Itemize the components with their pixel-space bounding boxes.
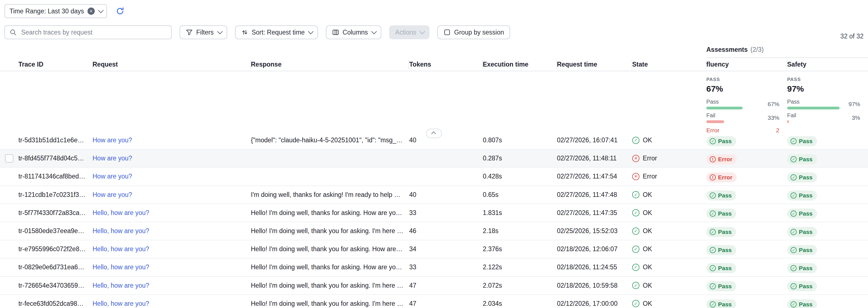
sort-label: Sort: Request time bbox=[252, 29, 305, 36]
request-cell[interactable]: Hello, how are you? bbox=[93, 245, 251, 253]
chevron-down-icon bbox=[420, 29, 425, 34]
table-row[interactable]: tr-fece63fd052dca989… Hello, how are you… bbox=[0, 295, 868, 308]
fluency-cell: ✓Pass bbox=[706, 298, 787, 308]
search-box[interactable] bbox=[4, 25, 172, 39]
request-cell[interactable]: Hello, how are you? bbox=[93, 300, 251, 307]
state-icon: ✓ bbox=[632, 137, 640, 144]
request-cell[interactable]: Hello, how are you? bbox=[93, 282, 251, 289]
request-cell[interactable]: How are you? bbox=[93, 136, 251, 144]
safety-badge-label: Pass bbox=[799, 265, 812, 272]
table-row[interactable]: tr-01580ede37eea9ec… Hello, how are you?… bbox=[0, 222, 868, 240]
remove-time-range-icon[interactable]: × bbox=[88, 7, 95, 15]
state-label: OK bbox=[643, 227, 652, 235]
request-cell[interactable]: How are you? bbox=[93, 173, 251, 180]
table-row[interactable]: tr-5f77f4330f72a83ca… Hello, how are you… bbox=[0, 204, 868, 222]
collapse-summary-button[interactable] bbox=[426, 129, 442, 138]
request-cell[interactable]: Hello, how are you? bbox=[93, 227, 251, 235]
safety-badge-icon: ✓ bbox=[790, 301, 797, 307]
fluency-badge-icon: ✓ bbox=[710, 265, 716, 271]
state-label: OK bbox=[643, 209, 652, 217]
trace-id-cell: tr-fece63fd052dca989… bbox=[19, 300, 93, 307]
group-by-session-button[interactable]: Group by session bbox=[437, 25, 510, 39]
execution-time-cell: 2.122s bbox=[483, 264, 557, 271]
state-label: OK bbox=[643, 282, 652, 289]
fluency-cell: ✓Pass bbox=[706, 189, 787, 201]
chevron-down-icon bbox=[308, 29, 314, 34]
search-input[interactable] bbox=[20, 28, 167, 37]
response-cell: Hello! I'm doing well, thank you for ask… bbox=[251, 227, 409, 235]
refresh-button[interactable] bbox=[115, 6, 125, 16]
state-label: Error bbox=[643, 155, 657, 162]
trace-id-cell: tr-e7955996c072f2e8… bbox=[19, 245, 93, 253]
state-icon: ✓ bbox=[632, 228, 640, 235]
sort-button[interactable]: Sort: Request time bbox=[235, 25, 318, 39]
request-cell[interactable]: Hello, how are you? bbox=[93, 264, 251, 271]
state-cell: ✓ OK bbox=[632, 227, 706, 235]
fluency-fail-value: 33% bbox=[761, 114, 779, 121]
safety-cell: ✓Pass bbox=[787, 298, 868, 308]
request-time-cell: 02/27/2026, 11:47:54 bbox=[557, 173, 632, 180]
fluency-fail-bar bbox=[706, 120, 761, 123]
fluency-badge-label: Pass bbox=[718, 247, 732, 253]
request-cell[interactable]: How are you? bbox=[93, 155, 251, 162]
request-time-cell: 02/18/2026, 10:59:58 bbox=[557, 282, 632, 289]
safety-badge: ✓Pass bbox=[787, 227, 817, 237]
traces-page: Time Range: Last 30 days × Filters bbox=[0, 0, 868, 308]
trace-id-cell: tr-811741346caf8bed… bbox=[19, 173, 93, 180]
filters-label: Filters bbox=[196, 29, 214, 36]
table-row[interactable]: tr-e7955996c072f2e8… Hello, how are you?… bbox=[0, 240, 868, 259]
safety-pass-metric: Pass 97% bbox=[787, 99, 868, 109]
table-row[interactable]: tr-0829e0e6d731ea64… Hello, how are you?… bbox=[0, 259, 868, 277]
state-label: Error bbox=[643, 173, 657, 180]
state-icon: × bbox=[632, 155, 640, 162]
row-checkbox[interactable] bbox=[5, 154, 13, 163]
safety-fail-value: 3% bbox=[841, 114, 860, 121]
filters-button[interactable]: Filters bbox=[180, 25, 227, 39]
request-cell[interactable]: Hello, how are you? bbox=[93, 209, 251, 217]
fluency-fail-metric: Fail 33% bbox=[706, 112, 787, 123]
fluency-cell: !Error bbox=[706, 171, 787, 182]
assessments-header: Assessments(2/3) bbox=[706, 46, 868, 58]
safety-fail-label: Fail bbox=[787, 112, 841, 118]
fluency-cell: ✓Pass bbox=[706, 243, 787, 255]
fluency-badge-icon: ✓ bbox=[710, 138, 716, 144]
chevron-down-icon bbox=[371, 29, 377, 34]
trace-id-cell: tr-121cdb1e7c0231f3… bbox=[19, 191, 93, 199]
actions-button[interactable]: Actions bbox=[389, 25, 430, 39]
toolbar: Filters Sort: Request time Columns Actio… bbox=[0, 22, 868, 42]
table-row[interactable]: tr-8fd455f7748d04c5… How are you? 0.287s… bbox=[0, 149, 868, 168]
col-header-request: Request bbox=[93, 60, 251, 69]
trace-id-cell: tr-01580ede37eea9ec… bbox=[19, 227, 93, 235]
fluency-cell: ✓Pass bbox=[706, 280, 787, 291]
response-cell: Hello! I'm doing well, thank you for ask… bbox=[251, 245, 409, 253]
sort-icon bbox=[241, 29, 248, 36]
safety-badge-icon: ✓ bbox=[790, 174, 797, 180]
safety-badge-label: Pass bbox=[799, 301, 812, 308]
group-checkbox-icon bbox=[443, 29, 451, 36]
chevron-down-icon bbox=[217, 29, 223, 34]
tokens-cell: 40 bbox=[409, 191, 483, 199]
safety-status-label: PASS bbox=[787, 77, 868, 82]
topbar: Time Range: Last 30 days × bbox=[0, 0, 868, 22]
safety-badge-label: Pass bbox=[799, 192, 812, 199]
fluency-badge-label: Pass bbox=[718, 210, 732, 217]
safety-badge-label: Pass bbox=[799, 156, 812, 163]
safety-badge: ✓Pass bbox=[787, 245, 817, 255]
safety-badge: ✓Pass bbox=[787, 172, 817, 182]
fluency-badge: ✓Pass bbox=[706, 136, 736, 146]
fluency-pass-percentage: 67% bbox=[706, 84, 787, 94]
col-header-trace-id: Trace ID bbox=[19, 60, 93, 69]
table-row[interactable]: tr-726654e34703659… Hello, how are you? … bbox=[0, 277, 868, 295]
safety-badge-icon: ✓ bbox=[790, 265, 797, 271]
time-range-filter-chip[interactable]: Time Range: Last 30 days × bbox=[4, 4, 107, 18]
table-row[interactable]: tr-811741346caf8bed… How are you? 0.428s… bbox=[0, 168, 868, 186]
request-time-cell: 02/27/2026, 16:07:41 bbox=[557, 136, 632, 144]
fluency-cell: ✓Pass bbox=[706, 135, 787, 146]
execution-time-cell: 2.18s bbox=[483, 227, 557, 235]
request-time-cell: 02/18/2026, 12:06:07 bbox=[557, 245, 632, 253]
request-cell[interactable]: How are you? bbox=[93, 191, 251, 199]
table-row[interactable]: tr-121cdb1e7c0231f3… How are you? I'm do… bbox=[0, 186, 868, 204]
columns-button[interactable]: Columns bbox=[326, 25, 381, 39]
state-cell: × Error bbox=[632, 173, 706, 180]
assessments-header-row: Assessments(2/3) bbox=[0, 42, 868, 58]
